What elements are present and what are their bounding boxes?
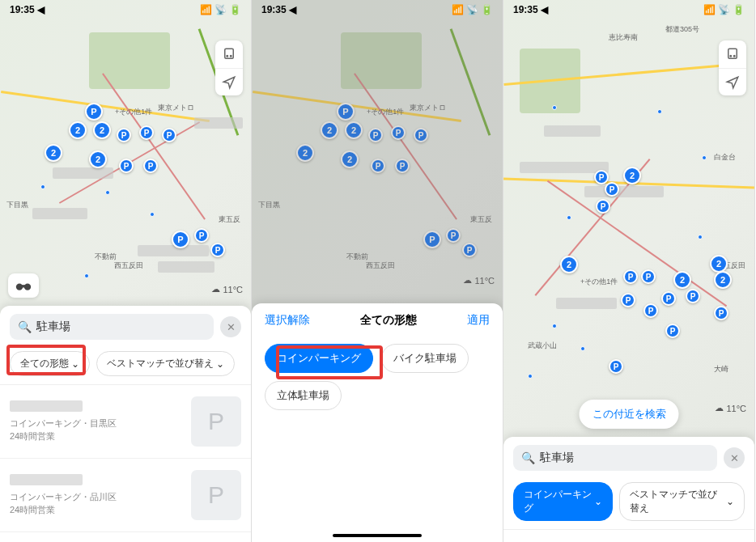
map-label: 西五反田 <box>114 260 143 271</box>
map-pin[interactable]: P <box>609 359 623 374</box>
cloud-icon: ☁ <box>211 284 220 294</box>
search-input[interactable]: 🔍 駐車場 <box>10 314 214 340</box>
map-pin-cluster[interactable]: 2 <box>714 271 732 289</box>
result-sub: コインパーキング・品川区 <box>10 490 183 504</box>
map-pin: P <box>368 128 383 142</box>
battery-icon: 🔋 <box>481 4 493 15</box>
status-time: 19:35 <box>10 4 35 15</box>
home-indicator[interactable] <box>333 534 422 537</box>
type-chip-bike-parking[interactable]: バイク駐車場 <box>381 344 469 373</box>
map-pin-cluster[interactable]: 2 <box>710 255 728 273</box>
apply-button[interactable]: 適用 <box>467 313 490 328</box>
map-pin-cluster[interactable]: 2 <box>560 256 578 273</box>
map-pin[interactable]: P <box>85 103 103 121</box>
screen-2: +その他1件 東京メトロ 下目黒 東五反 不動前 西五反田 P 2 2 P P … <box>252 0 503 542</box>
map-pin[interactable]: P <box>210 243 225 257</box>
map-pin: P <box>446 228 461 243</box>
map-pin[interactable]: P <box>194 228 209 243</box>
map-pin: P <box>414 128 428 142</box>
map-pin-cluster[interactable]: 2 <box>93 121 111 139</box>
map-label: 東京メトロ <box>158 103 194 113</box>
map-pin: P <box>423 231 441 248</box>
screen-1: +その他1件 東京メトロ 下目黒 東五反 不動前 西五反田 P 2 2 P P … <box>0 0 252 542</box>
search-icon: 🔍 <box>521 451 535 464</box>
result-item[interactable]: コインパーキング・目黒区 24時間営業 P <box>0 385 251 459</box>
map-pin[interactable]: P <box>117 128 131 142</box>
svg-rect-6 <box>728 49 737 58</box>
map-pin[interactable]: P <box>162 128 176 142</box>
map-pin[interactable]: P <box>139 125 154 140</box>
locate-icon[interactable] <box>215 68 243 95</box>
map-pin[interactable]: P <box>594 170 609 184</box>
binoculars-button[interactable] <box>8 273 39 298</box>
svg-rect-0 <box>225 49 234 58</box>
svg-point-1 <box>227 56 228 57</box>
transit-icon[interactable] <box>215 40 243 68</box>
clear-button[interactable]: ✕ <box>724 447 745 468</box>
map-pin[interactable]: P <box>621 293 635 307</box>
temperature-badge: ☁11°C <box>463 275 495 286</box>
chevron-down-icon: ⌄ <box>71 358 79 370</box>
map-pin[interactable]: P <box>686 289 700 303</box>
locate-icon[interactable] <box>719 68 746 95</box>
map-pin[interactable]: P <box>623 269 638 284</box>
map-controls <box>215 40 243 95</box>
parking-thumb-icon: P <box>191 396 241 447</box>
map-label: 東京メトロ <box>410 103 446 113</box>
map-label: 西五反田 <box>366 260 395 271</box>
map-pin: P <box>337 103 355 121</box>
map-pin-cluster[interactable]: 2 <box>89 150 107 168</box>
status-bar: 19:35◀ 📶📡🔋 <box>252 0 503 19</box>
svg-point-8 <box>734 56 736 57</box>
results-sheet[interactable]: 🔍 駐車場 ✕ 全ての形態⌄ ベストマッチで並び替え⌄ コインパーキング・目黒区… <box>0 306 251 542</box>
map-label: +その他1件 <box>115 107 152 117</box>
map-pin[interactable]: P <box>665 324 680 338</box>
chevron-down-icon: ⌄ <box>216 358 224 370</box>
filter-modal[interactable]: 選択解除 全ての形態 適用 コインパーキング バイク駐車場 立体駐車場 <box>252 303 503 542</box>
status-time: 19:35 <box>513 4 538 15</box>
filter-sort[interactable]: ベストマッチで並び替え⌄ <box>619 482 745 521</box>
map-pin-cluster: 2 <box>296 144 314 162</box>
filter-row: コインパーキング⌄ ベストマッチで並び替え⌄ <box>503 479 754 530</box>
map-pin[interactable]: P <box>143 159 158 173</box>
result-item[interactable]: コインパーキング・品川区 24時間営業 P <box>0 459 251 532</box>
type-chip-multistory[interactable]: 立体駐車場 <box>265 381 342 410</box>
search-icon: 🔍 <box>18 320 32 333</box>
result-sub: コインパーキング・目黒区 <box>10 417 183 430</box>
clear-button[interactable]: ✕ <box>220 316 241 337</box>
map-pin[interactable]: P <box>661 291 676 306</box>
results-sheet[interactable]: 🔍 駐車場 ✕ コインパーキング⌄ ベストマッチで並び替え⌄ <box>503 437 754 542</box>
wifi-icon: 📡 <box>718 4 730 15</box>
search-here-button[interactable]: この付近を検索 <box>580 400 679 429</box>
map-pin[interactable]: P <box>119 159 134 173</box>
map-label: 白金台 <box>714 152 736 163</box>
map-pin[interactable]: P <box>643 303 658 318</box>
deselect-button[interactable]: 選択解除 <box>265 313 310 328</box>
map-pin-cluster[interactable]: 2 <box>69 121 87 139</box>
type-options: コインパーキング バイク駐車場 立体駐車場 <box>252 337 503 423</box>
type-chip-coin-parking[interactable]: コインパーキング <box>265 344 373 373</box>
svg-rect-5 <box>22 285 26 287</box>
map-pin[interactable]: P <box>605 182 619 197</box>
filter-row: 全ての形態⌄ ベストマッチで並び替え⌄ <box>0 348 251 385</box>
cloud-icon: ☁ <box>715 403 724 413</box>
transit-icon[interactable] <box>719 40 746 68</box>
filter-all-types[interactable]: 全ての形態⌄ <box>10 351 90 376</box>
map-pin-cluster[interactable]: 2 <box>45 144 62 162</box>
modal-title: 全ての形態 <box>360 313 417 328</box>
map-pin[interactable]: P <box>641 269 656 284</box>
status-bar: 19:35◀ 📶📡🔋 <box>503 0 754 19</box>
map-pin-cluster[interactable]: 2 <box>673 271 691 289</box>
filter-coin-parking[interactable]: コインパーキング⌄ <box>513 482 613 521</box>
map-pin[interactable]: P <box>172 231 189 248</box>
map-label: 下目黒 <box>6 200 28 210</box>
filter-sort[interactable]: ベストマッチで並び替え⌄ <box>96 351 235 376</box>
map-label: 大崎 <box>714 364 728 375</box>
map-pin[interactable]: P <box>714 306 728 320</box>
search-input[interactable]: 🔍 駐車場 <box>513 445 717 471</box>
result-title-redacted <box>10 400 83 412</box>
map-pin[interactable]: P <box>596 199 610 214</box>
battery-icon: 🔋 <box>733 4 745 15</box>
map-controls <box>719 40 746 95</box>
map-pin-cluster[interactable]: 2 <box>623 167 641 184</box>
